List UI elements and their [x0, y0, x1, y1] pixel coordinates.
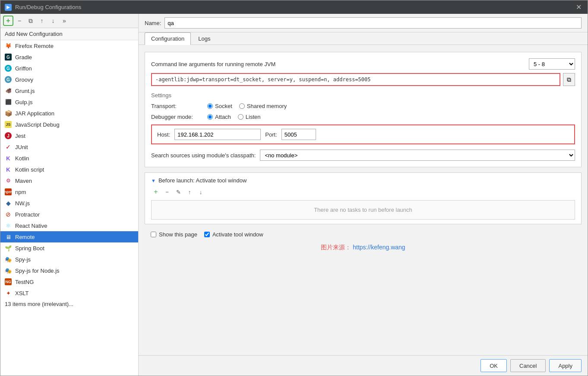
sidebar-item-kotlin[interactable]: K Kotlin	[0, 153, 138, 164]
remove-config-button[interactable]: −	[14, 16, 25, 26]
sidebar-item-more[interactable]: 13 items more (irrelevant)...	[0, 299, 138, 309]
app-icon: ▶	[5, 4, 12, 11]
griffon-icon: G	[5, 65, 12, 72]
sidebar-item-gulpjs[interactable]: ⬛ Gulp.js	[0, 96, 138, 108]
module-label: Search sources using module's classpath:	[151, 152, 256, 159]
bottom-options: Show this page Activate tool window	[145, 228, 582, 241]
close-button[interactable]: ✕	[574, 3, 583, 11]
sidebar-item-label: 13 items more (irrelevant)...	[5, 301, 73, 307]
sidebar-item-gruntjs[interactable]: 🐗 Grunt.js	[0, 85, 138, 96]
sidebar-item-label: npm	[15, 189, 26, 195]
sidebar-item-label: Gradle	[15, 54, 32, 61]
before-launch-title: Before launch: Activate tool window	[158, 177, 247, 184]
copy-config-button[interactable]: ⧉	[25, 16, 36, 26]
sidebar-item-label: Remote	[15, 234, 35, 240]
sidebar-item-label: Spring Boot	[15, 245, 44, 252]
sidebar-item-nwjs[interactable]: ◆ NW.js	[0, 198, 138, 209]
jvm-version-select[interactable]: 5 - 8 9+ 4 and earlier	[529, 58, 575, 70]
before-launch-toolbar: + − ✎ ↑ ↓	[151, 187, 575, 197]
sidebar-item-griffon[interactable]: G Griffon	[0, 63, 138, 74]
sidebar-item-spring-boot[interactable]: 🌱 Spring Boot	[0, 242, 138, 254]
sidebar: + − ⧉ ↑ ↓ » Add New Configuration 🦊 Fire…	[0, 14, 139, 376]
port-label: Port:	[265, 131, 277, 138]
watermark-link[interactable]: https://kefeng.wang	[353, 244, 405, 251]
sidebar-item-jest[interactable]: J Jest	[0, 130, 138, 141]
activate-tool-window-checkbox[interactable]	[204, 232, 210, 237]
sidebar-item-firefox-remote[interactable]: 🦊 Firefox Remote	[0, 40, 138, 51]
before-launch-header: ▼ Before launch: Activate tool window	[151, 177, 575, 184]
move-down-button[interactable]: ↓	[48, 16, 58, 26]
sidebar-item-testng[interactable]: NG TestNG	[0, 276, 138, 287]
sidebar-item-spy-js[interactable]: 🎭 Spy-js	[0, 254, 138, 265]
tab-logs[interactable]: Logs	[192, 32, 217, 45]
sidebar-item-label: Firefox Remote	[15, 43, 54, 49]
content-area: + − ⧉ ↑ ↓ » Add New Configuration 🦊 Fire…	[0, 14, 588, 376]
sidebar-item-maven[interactable]: ⚙ Maven	[0, 175, 138, 186]
debugger-attach-option[interactable]: Attach	[207, 114, 231, 120]
sidebar-item-label: Gulp.js	[15, 99, 32, 105]
collapse-arrow[interactable]: ▼	[151, 178, 156, 183]
cmdline-input[interactable]	[151, 73, 560, 86]
sidebar-item-protractor[interactable]: ⊘ Protractor	[0, 209, 138, 220]
sidebar-item-label: Kotlin script	[15, 166, 44, 173]
debugger-listen-option[interactable]: Listen	[238, 114, 261, 120]
show-this-page-option[interactable]: Show this page	[151, 231, 197, 238]
add-task-button[interactable]: +	[151, 187, 161, 197]
host-input[interactable]	[174, 129, 261, 140]
transport-socket-option[interactable]: Socket	[207, 103, 232, 109]
sidebar-item-gradle[interactable]: G Gradle	[0, 51, 138, 63]
sidebar-item-label: React Native	[15, 223, 47, 229]
before-launch-empty: There are no tasks to run before launch	[151, 200, 575, 220]
groovy-icon: G	[5, 76, 12, 83]
kotlin-script-icon: K	[5, 166, 12, 173]
sidebar-item-npm[interactable]: npm npm	[0, 186, 138, 198]
watermark: 图片来源： https://kefeng.wang	[145, 241, 582, 254]
sidebar-item-xslt[interactable]: ✦ XSLT	[0, 287, 138, 299]
sidebar-item-kotlin-script[interactable]: K Kotlin script	[0, 164, 138, 175]
sidebar-item-spy-js-node[interactable]: 🎭 Spy-js for Node.js	[0, 265, 138, 276]
move-task-up-button[interactable]: ↑	[185, 187, 194, 197]
transport-shared-memory-option[interactable]: Shared memory	[239, 103, 287, 109]
tabs-bar: Configuration Logs	[139, 32, 588, 45]
spyjs-node-icon: 🎭	[5, 267, 12, 274]
move-up-button[interactable]: ↑	[37, 16, 47, 26]
move-task-down-button[interactable]: ↓	[196, 187, 205, 197]
before-launch-section: ▼ Before launch: Activate tool window + …	[145, 172, 582, 224]
show-this-page-checkbox[interactable]	[151, 232, 156, 237]
host-label: Host:	[157, 131, 170, 138]
tab-configuration[interactable]: Configuration	[145, 32, 191, 45]
transport-radio-group: Socket Shared memory	[207, 103, 287, 109]
jest-icon: J	[5, 132, 12, 139]
sidebar-item-jar-application[interactable]: 📦 JAR Application	[0, 108, 138, 119]
activate-tool-window-option[interactable]: Activate tool window	[204, 231, 263, 238]
cancel-button[interactable]: Cancel	[510, 359, 546, 372]
module-select[interactable]: <no module>	[260, 150, 575, 161]
sidebar-item-label: TestNG	[15, 279, 34, 285]
cmdline-label-row: Command line arguments for running remot…	[151, 58, 575, 70]
add-new-config-item[interactable]: Add New Configuration	[0, 28, 138, 40]
jvm-select-wrap: 5 - 8 9+ 4 and earlier	[529, 58, 575, 70]
add-config-button[interactable]: +	[3, 16, 13, 26]
maven-icon: ⚙	[5, 177, 12, 184]
remove-task-button[interactable]: −	[162, 187, 172, 197]
name-input[interactable]	[164, 17, 582, 29]
run-debug-dialog: ▶ Run/Debug Configurations ✕ + − ⧉ ↑ ↓ »…	[0, 0, 588, 376]
watermark-text: 图片来源：	[321, 244, 351, 251]
ok-button[interactable]: OK	[481, 359, 507, 372]
copy-cmdline-button[interactable]: ⧉	[563, 73, 575, 86]
edit-task-button[interactable]: ✎	[174, 187, 183, 197]
sidebar-item-javascript-debug[interactable]: JS JavaScript Debug	[0, 119, 138, 130]
host-port-row: Host: Port:	[151, 124, 575, 144]
port-input[interactable]	[281, 129, 316, 140]
grunt-icon: 🐗	[5, 87, 12, 94]
config-section: Command line arguments for running remot…	[145, 52, 582, 167]
junit-icon: ✓	[5, 143, 12, 150]
apply-button[interactable]: Apply	[549, 359, 582, 372]
sidebar-item-react-native[interactable]: ⚛ React Native	[0, 220, 138, 231]
sidebar-item-groovy[interactable]: G Groovy	[0, 74, 138, 85]
sidebar-item-junit[interactable]: ✓ JUnit	[0, 141, 138, 153]
expand-button[interactable]: »	[59, 16, 70, 26]
sidebar-item-label: Grunt.js	[15, 88, 35, 94]
sidebar-item-remote[interactable]: 🖥 Remote	[0, 231, 138, 242]
sidebar-item-label: JavaScript Debug	[15, 121, 60, 128]
